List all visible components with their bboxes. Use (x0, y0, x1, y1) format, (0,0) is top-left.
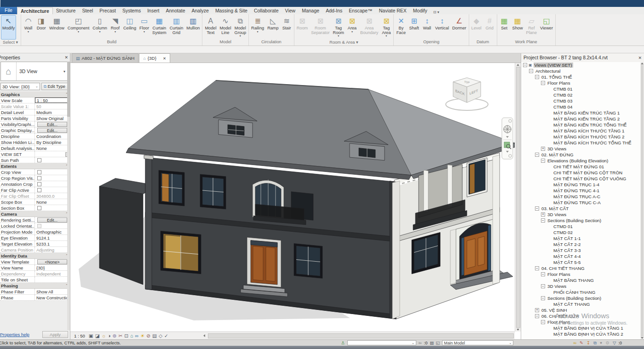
wall-button[interactable]: ↕Wall (421, 15, 433, 40)
tree-item-ctmd-01[interactable]: CTMD 01 (521, 223, 640, 229)
hide-isolate-icon[interactable]: ∞ (135, 332, 138, 339)
locked-3d-icon[interactable]: ⌂ (130, 332, 133, 339)
temporary-view-icon[interactable]: ⊘ (146, 332, 150, 339)
default-analysis-value[interactable]: None (35, 145, 70, 151)
tree-item-m-t-b-ng-k-ch-th-c-t-ng-1[interactable]: MẶT BẰNG KÍCH THƯỚC TẦNG 1 (521, 128, 640, 134)
tab-modify[interactable]: Modify (410, 7, 431, 14)
crop-view-value[interactable] (35, 169, 70, 175)
pin-icon[interactable]: ↧ (586, 340, 590, 346)
far-clip-active-value[interactable] (35, 187, 70, 193)
show-button[interactable]: ▦Show (511, 15, 524, 40)
far-clip-active-checkbox[interactable] (37, 188, 41, 192)
visibility-graphi-value[interactable]: Edit... (35, 121, 70, 127)
render-icon[interactable]: ⊚ (113, 332, 117, 339)
sun-path-checkbox[interactable] (37, 158, 41, 162)
stair-button[interactable]: ≋Stair (281, 15, 293, 40)
visibility-graphi-edit-button[interactable]: Edit... (37, 122, 67, 127)
crop-region-vis-value[interactable] (35, 175, 70, 181)
tag-room-button[interactable]: ⊠Tag Room▾ (332, 15, 346, 40)
tab-insert[interactable]: Insert (144, 7, 162, 14)
collapse-icon[interactable]: − (541, 272, 545, 276)
tab-add-ins[interactable]: Add-Ins (322, 7, 345, 14)
floor-button[interactable]: ▭Floor▾ (138, 15, 150, 40)
tree-item-m-t-ng-tr-c-4-1[interactable]: MẶT ĐỨNG TRỤC 4-1 (521, 188, 640, 194)
section-box-value[interactable] (35, 205, 70, 211)
curtain-grid-button[interactable]: ▥Curtain Grid (168, 15, 185, 40)
exclude-options-icon[interactable]: ✎ (580, 340, 583, 346)
tree-item-elevations-building-elevation[interactable]: −Elevations (Building Elevation) (521, 158, 640, 164)
tree-item-chi-ti-t-m-t-ng-01[interactable]: CHI TIẾT MẶT ĐỨNG 01 (521, 164, 640, 170)
tab-precast[interactable]: Precast (96, 7, 119, 14)
show-hidden-li-value[interactable]: By Discipline (35, 139, 70, 145)
parts-visibility-value[interactable]: Show Original (35, 115, 70, 121)
collapse-icon[interactable]: − (541, 320, 545, 324)
tree-item-floor-plans[interactable]: −Floor Plans (521, 271, 640, 277)
far-clip-offset-value[interactable]: 304800.0 (35, 193, 70, 199)
entrance[interactable] (450, 219, 513, 290)
tab-collaborate[interactable]: Collaborate (251, 7, 282, 14)
browser-scrollbar[interactable] (640, 62, 644, 339)
window[interactable] (159, 170, 184, 206)
tree-item-m-t-b-ng-k-ch-th-c-t-ng-2[interactable]: MẶT BẰNG KÍCH THƯỚC TẦNG 2 (521, 134, 640, 140)
tree-item-m-t-b-ng-ki-n-tr-c-t-ng-1[interactable]: MẶT BẰNG KIẾN TRÚC TẦNG 1 (521, 110, 640, 116)
detail-level-value[interactable]: Medium (35, 109, 70, 115)
phasing-section[interactable]: Phasing⌃ (0, 283, 70, 289)
view-tab-3d[interactable]: ⌂{3D}✕ (139, 53, 170, 63)
model-text-button[interactable]: AModel Text (203, 15, 218, 40)
mullion-button[interactable]: ▥Mullion (185, 15, 201, 40)
tab-massing-site[interactable]: Massing & Site (212, 7, 251, 14)
panel-toggle-icon[interactable]: ⊡ ▾ (431, 10, 442, 14)
tree-item-ph-i-c-nh-thang[interactable]: PHỐI CẢNH THANG (521, 289, 640, 295)
tree-item-m-t-b-ng-ki-n-tr-c-t-ng-th[interactable]: MẶT BẰNG KIẾN TRÚC TỔNG THỂ (521, 122, 640, 128)
extents-section[interactable]: Extents⌃ (0, 163, 70, 169)
dependency-value[interactable]: Independent (35, 271, 70, 276)
scope-box-value[interactable]: None (35, 199, 70, 205)
properties-scrollbar[interactable] (67, 62, 70, 330)
design-options-select[interactable]: Main Model⌄ (442, 340, 513, 345)
door-button[interactable]: ◨Door (35, 15, 47, 40)
section-box-checkbox[interactable] (37, 206, 41, 210)
navigation-bar[interactable] (501, 117, 513, 160)
eye-elevation-value[interactable]: 9124.1 (35, 235, 70, 240)
phase-filter-value[interactable]: Show All (35, 289, 70, 294)
railing-button[interactable]: ≣Railing▾ (250, 15, 265, 40)
pilaster[interactable] (145, 157, 152, 290)
camera-position-value[interactable]: Adjusting (35, 247, 70, 252)
tree-item-01-t-ng-th[interactable]: −01. TỔNG THỂ (521, 74, 640, 80)
tree-item-m-t-b-ng-thang[interactable]: MẶT BẰNG THANG (521, 277, 640, 283)
visual-style-icon[interactable]: ◪ (95, 332, 100, 339)
shadows-icon[interactable]: ◑ (108, 332, 110, 339)
links-icon[interactable]: ⧉ (593, 340, 597, 346)
collapse-icon[interactable]: − (541, 218, 545, 223)
tree-item-sections-building-section[interactable]: −Sections (Building Section) (521, 295, 640, 301)
collapse-icon[interactable]: − (529, 69, 533, 73)
set-button[interactable]: ▦Set (498, 15, 511, 40)
crop-region-icon[interactable]: ⊡ (124, 332, 128, 339)
model-group-button[interactable]: ⧉Model Group▾ (233, 15, 247, 40)
steering-wheel-icon[interactable] (504, 126, 511, 133)
tree-item-architectural[interactable]: −Architectural (521, 68, 640, 74)
project-browser-close-icon[interactable]: ✕ (638, 56, 642, 60)
tree-item-chi-ti-t-m-t-ng-c-t-tr-n[interactable]: CHI TIẾT MẶT ĐỨNG CỘT TRÒN (521, 170, 640, 176)
view-template-edit-button[interactable]: <None> (37, 259, 67, 264)
tree-item-m-t-c-t-4-4[interactable]: MẶT CẮT 4-4 (521, 253, 640, 259)
component-button[interactable]: ◰Component▾ (66, 15, 91, 40)
tree-item-06-chi-ti-t-c-a[interactable]: −06. CHI TIẾT CỬA (521, 313, 640, 319)
annotation-crop-checkbox[interactable] (37, 182, 41, 186)
wall-button[interactable]: ◠Wall▾ (22, 15, 34, 40)
phase-value[interactable]: New Construction (35, 295, 70, 300)
tree-item-m-t-c-t-5-5[interactable]: MẶT CẮT 5-5 (521, 259, 640, 265)
filter-icon[interactable]: ▽ (613, 340, 616, 346)
expand-icon[interactable]: + (535, 308, 539, 312)
tree-item-05-v-sinh[interactable]: +05. VỆ SINH (521, 307, 640, 313)
collapse-icon[interactable]: − (535, 266, 539, 270)
vertical-button[interactable]: ↕Vertical (434, 15, 450, 40)
window[interactable] (200, 174, 226, 209)
scale-value-1-value[interactable]: 50 (35, 103, 70, 109)
sun-path-icon[interactable]: ☼ (102, 332, 106, 339)
displace-elements-icon[interactable]: ▤ (152, 332, 157, 339)
crop-region-vis-checkbox[interactable] (37, 176, 41, 180)
identity-data-section[interactable]: Identity Data⌃ (0, 253, 70, 259)
reveal-hidden-icon[interactable]: ☀ (140, 332, 144, 339)
pilaster[interactable] (450, 229, 456, 284)
